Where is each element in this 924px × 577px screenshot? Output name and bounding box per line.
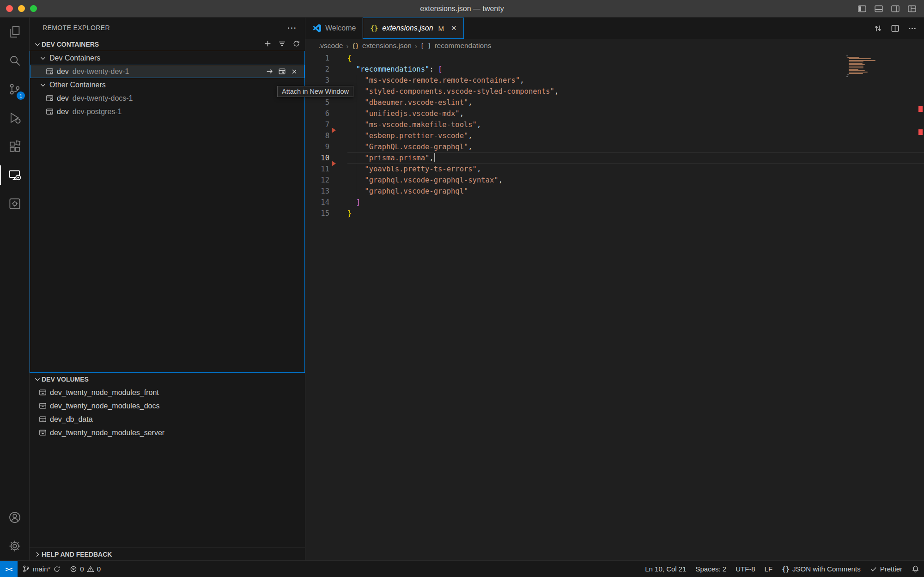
tree-group-dev-containers[interactable]: Dev Containers: [30, 51, 304, 65]
volume-icon: [39, 415, 47, 423]
chevron-down-icon: [39, 55, 47, 62]
git-branch-item[interactable]: main*: [18, 561, 65, 577]
dev-volumes-list[interactable]: dev_twenty_node_modules_frontdev_twenty_…: [30, 386, 305, 439]
settings-gear-icon[interactable]: [0, 532, 29, 560]
code-line[interactable]: }: [347, 208, 924, 219]
line-number-gutter[interactable]: 123456789101112131415: [305, 53, 329, 219]
code-line[interactable]: ]: [347, 197, 924, 208]
container-description: dev-twenty-docs-1: [73, 94, 133, 103]
volume-item-dev_db_data[interactable]: dev_db_data: [30, 413, 305, 426]
minimap-line: [849, 72, 868, 73]
run-and-debug-icon[interactable]: [0, 103, 29, 132]
tree-group-label: Dev Containers: [49, 54, 100, 62]
window-controls: [0, 5, 37, 12]
customize-layout-icon[interactable]: [907, 4, 917, 13]
code-editor[interactable]: 123456789101112131415 { "recommendations…: [305, 53, 924, 560]
language-mode-item[interactable]: {} JSON with Comments: [777, 561, 865, 577]
code-line[interactable]: "recommendations": [: [347, 64, 924, 75]
code-line[interactable]: "styled-components.vscode-styled-compone…: [347, 86, 924, 97]
volume-icon: [39, 429, 47, 437]
editor-group: Welcome {} extensions.json M ✕: [305, 18, 924, 560]
code-line[interactable]: {: [347, 53, 924, 64]
toggle-secondary-sidebar-icon[interactable]: [891, 4, 900, 13]
code-line[interactable]: "graphql.vscode-graphql": [347, 186, 924, 197]
overview-ruler[interactable]: [918, 53, 924, 560]
eol-item[interactable]: LF: [760, 561, 778, 577]
container-description: dev-twenty-dev-1: [73, 67, 129, 76]
attach-in-new-window-icon[interactable]: [278, 67, 286, 75]
code-line[interactable]: "prisma.prisma",: [347, 152, 924, 164]
tab-extensions-json[interactable]: {} extensions.json M ✕: [363, 18, 463, 39]
minimap[interactable]: [846, 55, 876, 78]
open-changes-icon[interactable]: [874, 24, 882, 33]
zoom-window-button[interactable]: [30, 5, 37, 12]
problems-item[interactable]: 0 0: [65, 561, 105, 577]
chevron-down-icon: [33, 41, 42, 48]
search-icon[interactable]: [0, 46, 29, 75]
views-more-actions-icon[interactable]: ⋯: [287, 23, 297, 32]
code-lines[interactable]: { "recommendations": [ "ms-vscode-remote…: [347, 53, 924, 219]
code-line[interactable]: "graphql.vscode-graphql-syntax",: [347, 175, 924, 186]
container-item-dev-twenty-docs-1[interactable]: devdev-twenty-docs-1: [30, 91, 304, 105]
line-number: 7: [305, 119, 329, 130]
extensions-icon[interactable]: [0, 132, 29, 161]
chevron-down-icon: [33, 376, 42, 383]
source-control-icon[interactable]: 1: [0, 75, 29, 103]
toggle-panel-icon[interactable]: [874, 4, 883, 13]
dev-containers-view-icon[interactable]: [0, 189, 29, 218]
code-line[interactable]: "ms-vscode.makefile-tools",: [347, 119, 924, 130]
check-icon: [870, 565, 877, 573]
filter-list-icon[interactable]: [278, 40, 286, 49]
volume-item-dev_twenty_node_modules_server[interactable]: dev_twenty_node_modules_server: [30, 426, 305, 439]
section-dev-containers[interactable]: DEV CONTAINERS: [30, 38, 305, 51]
line-number: 2: [305, 64, 329, 75]
volume-item-dev_twenty_node_modules_front[interactable]: dev_twenty_node_modules_front: [30, 386, 305, 399]
git-deleted-lines-marker: [332, 128, 336, 133]
formatter-item[interactable]: Prettier: [865, 561, 907, 577]
encoding-item[interactable]: UTF-8: [731, 561, 760, 577]
dev-containers-tree[interactable]: Dev Containersdevdev-twenty-dev-1Other C…: [30, 51, 305, 373]
close-tab-icon[interactable]: ✕: [451, 24, 457, 32]
cursor-position-item[interactable]: Ln 10, Col 21: [640, 561, 691, 577]
code-line[interactable]: "yoavbls.pretty-ts-errors",: [347, 164, 924, 175]
explorer-icon[interactable]: [0, 18, 29, 46]
remote-explorer-icon[interactable]: [0, 161, 29, 189]
line-number: 8: [305, 130, 329, 141]
stop-container-icon[interactable]: [291, 67, 298, 75]
breadcrumb-symbol[interactable]: recommendations: [434, 42, 491, 50]
section-dev-volumes[interactable]: DEV VOLUMES: [30, 373, 305, 386]
volume-item-dev_twenty_node_modules_docs[interactable]: dev_twenty_node_modules_docs: [30, 399, 305, 413]
breadcrumb-folder[interactable]: .vscode: [318, 42, 343, 50]
toggle-primary-sidebar-icon[interactable]: [857, 4, 867, 13]
minimap-line: [849, 58, 871, 59]
more-actions-icon[interactable]: [908, 24, 917, 33]
code-line[interactable]: "dbaeumer.vscode-eslint",: [347, 97, 924, 108]
tab-welcome[interactable]: Welcome: [305, 18, 363, 39]
tree-group-other-containers[interactable]: Other Containers: [30, 78, 304, 91]
code-line[interactable]: "ms-vscode-remote.remote-containers",: [347, 75, 924, 86]
remote-indicator[interactable]: ><: [0, 561, 18, 577]
container-item-dev-twenty-dev-1[interactable]: devdev-twenty-dev-1: [30, 65, 304, 78]
code-line[interactable]: "unifiedjs.vscode-mdx",: [347, 108, 924, 119]
split-editor-icon[interactable]: [891, 24, 900, 33]
chevron-right-icon: [33, 551, 42, 558]
breadcrumb-file[interactable]: extensions.json: [362, 42, 412, 50]
container-item-dev-postgres-1[interactable]: devdev-postgres-1: [30, 105, 304, 118]
close-window-button[interactable]: [6, 5, 13, 12]
accounts-icon[interactable]: [0, 503, 29, 532]
git-deleted-lines-marker: [332, 161, 336, 166]
refresh-icon[interactable]: [292, 40, 300, 49]
attach-to-container-icon[interactable]: [266, 67, 274, 75]
code-line[interactable]: "esbenp.prettier-vscode",: [347, 130, 924, 141]
indentation-item[interactable]: Spaces: 2: [691, 561, 731, 577]
tooltip: Attach in New Window: [277, 86, 353, 97]
minimap-line: [849, 67, 864, 68]
notifications-bell-icon[interactable]: [907, 561, 924, 577]
section-help-and-feedback[interactable]: HELP AND FEEDBACK: [30, 547, 305, 560]
code-line[interactable]: "GraphQL.vscode-graphql",: [347, 141, 924, 152]
git-modified-badge: M: [438, 24, 444, 32]
minimap-line: [846, 55, 848, 56]
minimize-window-button[interactable]: [18, 5, 25, 12]
add-container-icon[interactable]: [264, 40, 272, 49]
line-number: 6: [305, 108, 329, 119]
